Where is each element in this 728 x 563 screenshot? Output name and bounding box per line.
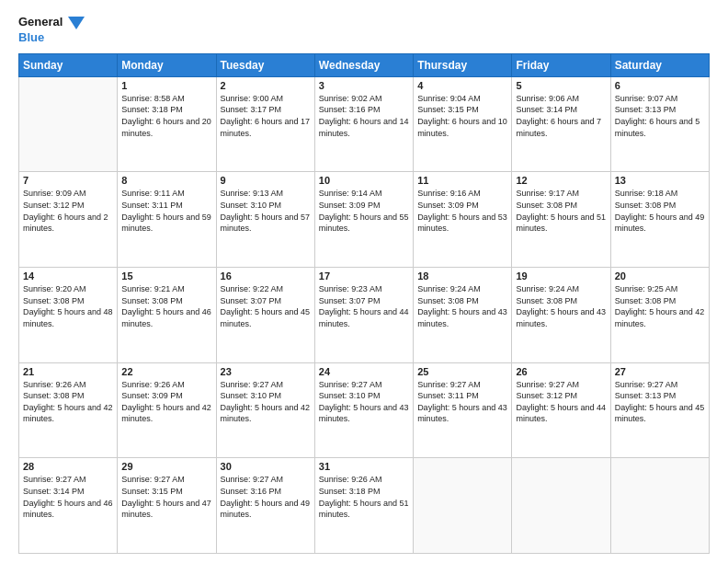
calendar-cell: 10Sunrise: 9:14 AMSunset: 3:09 PMDayligh…	[314, 172, 413, 268]
logo-blue: Blue	[18, 30, 44, 44]
day-info: Sunrise: 9:04 AMSunset: 3:15 PMDaylight:…	[417, 93, 507, 139]
day-info: Sunrise: 9:02 AMSunset: 3:16 PMDaylight:…	[319, 93, 409, 139]
logo: General Blue	[18, 15, 85, 46]
day-info: Sunrise: 9:24 AMSunset: 3:08 PMDaylight:…	[417, 283, 507, 329]
week-row-1: 1Sunrise: 8:58 AMSunset: 3:18 PMDaylight…	[19, 76, 710, 172]
calendar-cell: 19Sunrise: 9:24 AMSunset: 3:08 PMDayligh…	[512, 268, 610, 363]
calendar-cell: 28Sunrise: 9:27 AMSunset: 3:14 PMDayligh…	[19, 458, 118, 554]
day-number: 5	[516, 80, 606, 91]
calendar-cell: 12Sunrise: 9:17 AMSunset: 3:08 PMDayligh…	[512, 172, 610, 268]
day-info: Sunrise: 9:27 AMSunset: 3:10 PMDaylight:…	[319, 379, 409, 425]
calendar-cell: 4Sunrise: 9:04 AMSunset: 3:15 PMDaylight…	[414, 76, 512, 172]
calendar-cell: 24Sunrise: 9:27 AMSunset: 3:10 PMDayligh…	[314, 362, 413, 458]
week-row-3: 14Sunrise: 9:20 AMSunset: 3:08 PMDayligh…	[19, 268, 710, 363]
day-number: 29	[121, 461, 211, 472]
calendar-cell: 21Sunrise: 9:26 AMSunset: 3:08 PMDayligh…	[19, 362, 118, 458]
day-number: 3	[319, 80, 409, 91]
day-info: Sunrise: 9:26 AMSunset: 3:09 PMDaylight:…	[121, 379, 211, 425]
day-info: Sunrise: 9:17 AMSunset: 3:08 PMDaylight:…	[516, 188, 606, 234]
svg-marker-0	[68, 17, 85, 29]
day-info: Sunrise: 9:07 AMSunset: 3:13 PMDaylight:…	[615, 93, 705, 139]
day-number: 12	[516, 175, 606, 186]
weekday-header-row: SundayMondayTuesdayWednesdayThursdayFrid…	[19, 53, 710, 76]
weekday-monday: Monday	[118, 53, 216, 76]
day-info: Sunrise: 9:22 AMSunset: 3:07 PMDaylight:…	[221, 283, 311, 329]
day-number: 4	[417, 80, 507, 91]
day-number: 18	[417, 270, 507, 282]
day-info: Sunrise: 9:26 AMSunset: 3:08 PMDaylight:…	[23, 379, 113, 425]
day-number: 15	[121, 270, 211, 282]
day-info: Sunrise: 9:13 AMSunset: 3:10 PMDaylight:…	[221, 188, 311, 234]
header: General Blue	[18, 15, 710, 46]
calendar-cell: 22Sunrise: 9:26 AMSunset: 3:09 PMDayligh…	[118, 362, 216, 458]
calendar-cell: 30Sunrise: 9:27 AMSunset: 3:16 PMDayligh…	[216, 458, 314, 554]
calendar-cell: 6Sunrise: 9:07 AMSunset: 3:13 PMDaylight…	[610, 76, 709, 172]
day-info: Sunrise: 9:24 AMSunset: 3:08 PMDaylight:…	[516, 283, 606, 329]
day-number: 28	[23, 461, 113, 472]
calendar-cell: 14Sunrise: 9:20 AMSunset: 3:08 PMDayligh…	[19, 268, 118, 363]
day-number: 10	[319, 175, 409, 186]
calendar-cell: 23Sunrise: 9:27 AMSunset: 3:10 PMDayligh…	[216, 362, 314, 458]
calendar-cell: 8Sunrise: 9:11 AMSunset: 3:11 PMDaylight…	[118, 172, 216, 268]
day-info: Sunrise: 9:27 AMSunset: 3:14 PMDaylight:…	[23, 474, 113, 520]
day-info: Sunrise: 9:14 AMSunset: 3:09 PMDaylight:…	[319, 188, 409, 234]
calendar-cell: 5Sunrise: 9:06 AMSunset: 3:14 PMDaylight…	[512, 76, 610, 172]
calendar-cell: 27Sunrise: 9:27 AMSunset: 3:13 PMDayligh…	[610, 362, 709, 458]
logo-general: General	[18, 15, 63, 29]
day-number: 25	[417, 366, 507, 377]
day-number: 24	[319, 366, 409, 377]
day-info: Sunrise: 9:06 AMSunset: 3:14 PMDaylight:…	[516, 93, 606, 139]
calendar-cell: 31Sunrise: 9:26 AMSunset: 3:18 PMDayligh…	[314, 458, 413, 554]
day-number: 7	[23, 175, 113, 186]
day-number: 14	[23, 270, 113, 282]
calendar-cell: 25Sunrise: 9:27 AMSunset: 3:11 PMDayligh…	[414, 362, 512, 458]
day-number: 8	[121, 175, 211, 186]
day-number: 13	[615, 175, 705, 186]
day-number: 22	[121, 366, 211, 377]
day-info: Sunrise: 9:27 AMSunset: 3:15 PMDaylight:…	[121, 474, 211, 520]
day-number: 1	[121, 80, 211, 91]
calendar-cell: 7Sunrise: 9:09 AMSunset: 3:12 PMDaylight…	[19, 172, 118, 268]
day-info: Sunrise: 9:27 AMSunset: 3:13 PMDaylight:…	[615, 379, 705, 425]
calendar-cell: 11Sunrise: 9:16 AMSunset: 3:09 PMDayligh…	[414, 172, 512, 268]
week-row-4: 21Sunrise: 9:26 AMSunset: 3:08 PMDayligh…	[19, 362, 710, 458]
day-info: Sunrise: 9:23 AMSunset: 3:07 PMDaylight:…	[319, 283, 409, 329]
day-number: 21	[23, 366, 113, 377]
calendar-cell	[19, 76, 118, 172]
calendar-cell: 13Sunrise: 9:18 AMSunset: 3:08 PMDayligh…	[610, 172, 709, 268]
calendar-cell: 15Sunrise: 9:21 AMSunset: 3:08 PMDayligh…	[118, 268, 216, 363]
logo-triangle-icon	[68, 17, 85, 29]
day-number: 17	[319, 270, 409, 282]
weekday-tuesday: Tuesday	[216, 53, 314, 76]
day-info: Sunrise: 9:25 AMSunset: 3:08 PMDaylight:…	[615, 283, 705, 329]
day-info: Sunrise: 9:09 AMSunset: 3:12 PMDaylight:…	[23, 188, 113, 234]
calendar-cell: 2Sunrise: 9:00 AMSunset: 3:17 PMDaylight…	[216, 76, 314, 172]
calendar-container: General Blue SundayMondayTuesdayWednesda…	[0, 0, 728, 563]
day-info: Sunrise: 8:58 AMSunset: 3:18 PMDaylight:…	[121, 93, 211, 139]
calendar-cell	[414, 458, 512, 554]
calendar-cell: 20Sunrise: 9:25 AMSunset: 3:08 PMDayligh…	[610, 268, 709, 363]
day-info: Sunrise: 9:27 AMSunset: 3:11 PMDaylight:…	[417, 379, 507, 425]
calendar-cell: 17Sunrise: 9:23 AMSunset: 3:07 PMDayligh…	[314, 268, 413, 363]
day-info: Sunrise: 9:20 AMSunset: 3:08 PMDaylight:…	[23, 283, 113, 329]
day-number: 6	[615, 80, 705, 91]
day-number: 11	[417, 175, 507, 186]
day-number: 26	[516, 366, 606, 377]
day-info: Sunrise: 9:11 AMSunset: 3:11 PMDaylight:…	[121, 188, 211, 234]
day-number: 16	[221, 270, 311, 282]
week-row-2: 7Sunrise: 9:09 AMSunset: 3:12 PMDaylight…	[19, 172, 710, 268]
weekday-wednesday: Wednesday	[314, 53, 413, 76]
week-row-5: 28Sunrise: 9:27 AMSunset: 3:14 PMDayligh…	[19, 458, 710, 554]
day-info: Sunrise: 9:27 AMSunset: 3:10 PMDaylight:…	[221, 379, 311, 425]
weekday-saturday: Saturday	[610, 53, 709, 76]
day-number: 27	[615, 366, 705, 377]
calendar-cell	[610, 458, 709, 554]
calendar-cell: 9Sunrise: 9:13 AMSunset: 3:10 PMDaylight…	[216, 172, 314, 268]
day-number: 19	[516, 270, 606, 282]
day-info: Sunrise: 9:26 AMSunset: 3:18 PMDaylight:…	[319, 474, 409, 520]
calendar-cell: 26Sunrise: 9:27 AMSunset: 3:12 PMDayligh…	[512, 362, 610, 458]
weekday-friday: Friday	[512, 53, 610, 76]
calendar-cell: 16Sunrise: 9:22 AMSunset: 3:07 PMDayligh…	[216, 268, 314, 363]
day-info: Sunrise: 9:16 AMSunset: 3:09 PMDaylight:…	[417, 188, 507, 234]
day-number: 30	[221, 461, 311, 472]
